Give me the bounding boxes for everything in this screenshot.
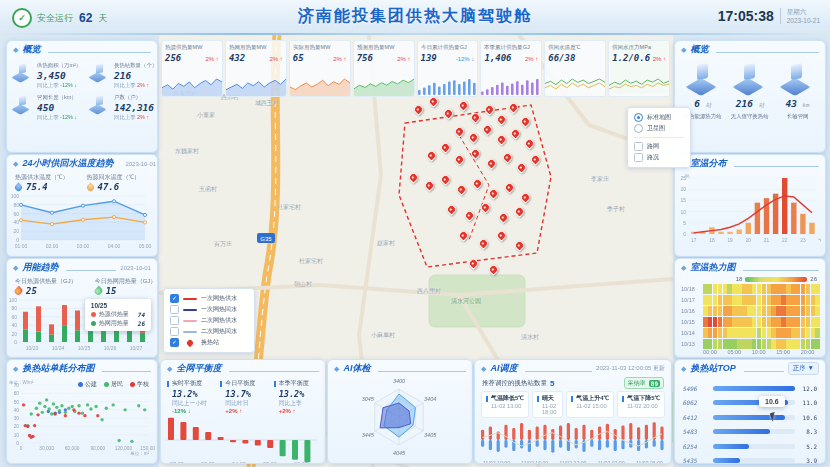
heatmap-cell (747, 306, 752, 316)
accent-bar (571, 396, 573, 402)
stat-value: 13.2% (172, 389, 212, 399)
map-legend-row[interactable]: ✓一次网热供水 (170, 293, 248, 304)
panel-updated: 2023-11-03 12:00:05 更新 (596, 364, 665, 373)
stat-label: 今日热网用热量（GJ） (95, 277, 157, 286)
kpi-value-row: 139-12% ↓ (421, 53, 475, 63)
checkbox-icon[interactable]: ✓ (170, 338, 179, 347)
radio-icon[interactable] (634, 124, 643, 133)
kpi-delta: 2% ↑ (525, 56, 538, 62)
heatmap-cell (786, 339, 791, 349)
clock-time: 17:05:38 (718, 8, 774, 24)
heatmap-cell (737, 328, 742, 338)
svg-text:50: 50 (14, 400, 20, 405)
stat-label: 户数（户） (114, 93, 150, 101)
map-place-label: 清水村 (521, 333, 539, 342)
isometric-stat-icon (780, 64, 814, 94)
svg-text:25: 25 (680, 175, 686, 181)
heatmap-row: 10/17 (681, 294, 819, 305)
weather-event-chips: 气温降低5℃11-02 13:00晴天11-02 18:00气温上升4℃11-0… (475, 389, 671, 420)
heatmap-cell (732, 328, 737, 338)
heatmap-row: 10/14 (681, 327, 819, 338)
overview-item: 管网长度（km）450同比上季 -12% ↓ (13, 93, 86, 122)
heatmap-cell (737, 306, 742, 316)
heatmap-cell (757, 306, 762, 316)
heatmap-cell (771, 295, 776, 305)
heatmap-cell (786, 306, 791, 316)
check-label: 路网 (647, 142, 659, 151)
sort-order-dropdown[interactable]: 正序 ▼ (788, 362, 819, 375)
x-tick: 10:00 (752, 349, 776, 355)
heatmap-cell (796, 295, 801, 305)
heatmap-cell (727, 295, 732, 305)
heatmap-cell (767, 284, 772, 294)
isometric-stat-icon (90, 96, 110, 114)
checkbox-icon[interactable] (170, 327, 179, 336)
accent-bar (622, 396, 624, 402)
kpi-value-row: 4322% ↑ (229, 53, 283, 63)
svg-text:10: 10 (680, 209, 686, 215)
map-legend-row[interactable]: 二次网热回水 (170, 326, 248, 337)
panel-title: 全网平衡度 (176, 362, 221, 375)
kpi-card: 热网用热量MW4322% ↑ (225, 40, 287, 97)
legend-name: 学校 (137, 380, 149, 389)
svg-text:05:00: 05:00 (263, 461, 277, 464)
map-type-radio[interactable]: 卫星图 (634, 123, 684, 134)
checkbox-icon[interactable] (170, 305, 179, 314)
stat-unit: 站 (706, 102, 712, 108)
stat-value: 25 (15, 286, 77, 296)
map-overlay-check[interactable]: 路网 (634, 141, 684, 152)
heatmap-cell (718, 328, 723, 338)
checkbox-icon[interactable] (634, 142, 643, 151)
checkbox-icon[interactable] (634, 153, 643, 162)
kpi-delta: 2% ↑ (269, 56, 282, 62)
svg-text:3045: 3045 (362, 396, 375, 402)
energy-stat: 今日热源供热量（GJ）25 (15, 277, 77, 296)
heatmap-cell (723, 328, 728, 338)
station-top-row[interactable]: 62545.2 (683, 439, 817, 454)
overview-item-body: 管网长度（km）450同比上季 -12% ↓ (37, 93, 81, 122)
panel-title: AI调度 (490, 362, 517, 375)
radio-icon[interactable] (634, 113, 643, 122)
stat-value: 13.7% (225, 389, 265, 399)
checkbox-icon[interactable] (170, 316, 179, 325)
map-overlay-check[interactable]: 路况 (634, 152, 684, 163)
kpi-delta: 2% ↑ (206, 56, 219, 62)
kpi-value-row: 1,4062% ↑ (484, 53, 538, 63)
heatmap-cell (752, 306, 757, 316)
map-legend-row[interactable]: 二次网热供水 (170, 315, 248, 326)
heatmap-cell (811, 295, 816, 305)
svg-text:10: 10 (14, 433, 20, 438)
heatmap-cell (723, 284, 728, 294)
station-top-row[interactable]: 606211.0 (683, 396, 817, 411)
map-type-radio[interactable]: 标准地图 (634, 112, 684, 123)
svg-text:3400: 3400 (393, 378, 406, 384)
station-top-row[interactable]: 549612.0 (683, 381, 817, 396)
kpi-value-row: 7562% ↑ (357, 53, 411, 63)
station-top-row[interactable]: 54838.3 (683, 425, 817, 440)
station-top-row[interactable]: 54353.9 (683, 454, 817, 465)
station-top-row[interactable]: 641210.6 (683, 410, 817, 425)
map-legend-row[interactable]: 一次网热回水 (170, 304, 248, 315)
heatmap-cell (727, 317, 732, 327)
station-top-rows: 549612.0606211.0641210.654838.362545.254… (675, 377, 825, 464)
svg-text:10/24: 10/24 (52, 345, 65, 351)
scatter-chart: 单位：W/m²单位：m²010203040506070030,00060,000… (7, 377, 155, 459)
line-swatch (183, 298, 197, 300)
panel-temp-trend: ◆ 24小时供回水温度趋势 2023-10-01 18:00 热源供水温度（℃）… (6, 154, 158, 257)
map-legend-row[interactable]: ✓换热站 (170, 337, 248, 348)
map-place-label: 小麻皋村 (371, 331, 395, 340)
heatmap-cell (742, 284, 747, 294)
kpi-card: 热源供热量MW2562% ↑ (161, 40, 223, 97)
svg-text:20: 20 (14, 424, 20, 429)
svg-text:120,000: 120,000 (115, 446, 133, 451)
heatmap-cell (811, 306, 816, 316)
heatmap-cell (781, 339, 786, 349)
heatmap-cell (786, 284, 791, 294)
svg-text:01:00: 01:00 (15, 243, 28, 249)
heatmap-cell (747, 339, 752, 349)
heatmap-cell (757, 295, 762, 305)
svg-text:02:00: 02:00 (170, 461, 184, 464)
droplet-icon (85, 182, 95, 192)
checkbox-icon[interactable]: ✓ (170, 294, 179, 303)
balance-stat: 实时平衡度13.2%同比上一小时-12% ↓ (167, 379, 212, 414)
